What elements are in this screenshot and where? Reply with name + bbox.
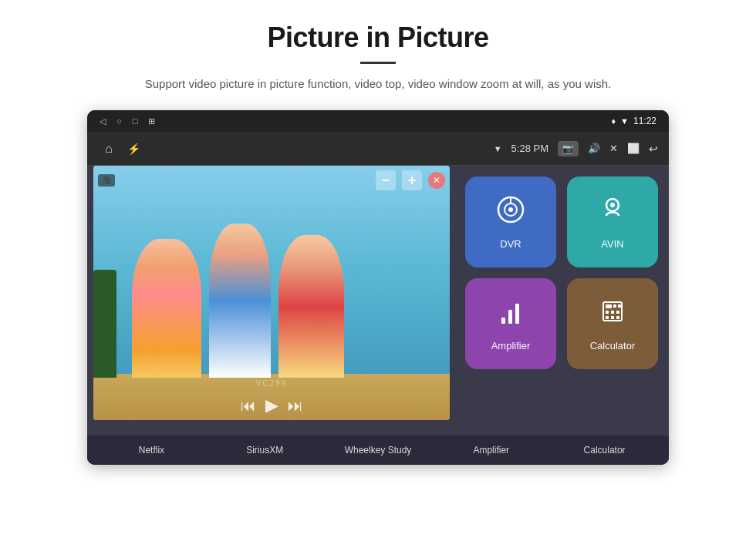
pip-grow-button[interactable]: +: [402, 170, 422, 190]
home-button[interactable]: ⌂: [98, 138, 120, 160]
device-frame: ◁ ○ □ ⊞ ♦ ▼ 11:22 ⌂ ⚡ ▼ 5:28 PM 📷 🔊: [87, 110, 669, 465]
video-controls-top: 🎥 − + ✕: [98, 170, 445, 190]
svg-rect-14: [611, 311, 614, 314]
app-amplifier[interactable]: Amplifier: [465, 278, 556, 369]
volume-icon[interactable]: 🔊: [588, 143, 600, 154]
recents-icon[interactable]: □: [133, 116, 138, 126]
svg-rect-16: [606, 316, 609, 319]
svg-rect-6: [501, 318, 505, 324]
bottom-labels-bar: Netflix SiriusXM Wheelkey Study Amplifie…: [87, 435, 669, 465]
app-dvr[interactable]: DVR: [465, 177, 556, 267]
wheelkey-label: Wheelkey Study: [332, 445, 424, 456]
window-icon[interactable]: ⬜: [627, 143, 640, 154]
pip-size-controls: − + ✕: [376, 170, 445, 190]
android-status-bar: ◁ ○ □ ⊞ ♦ ▼ 11:22: [87, 110, 669, 132]
svg-point-5: [610, 203, 615, 207]
svg-rect-15: [616, 311, 619, 314]
avin-label: AVIN: [601, 238, 623, 250]
svg-rect-18: [616, 316, 619, 319]
calculator-icon: [597, 296, 628, 334]
app-bar: ⌂ ⚡ ▼ 5:28 PM 📷 🔊 ✕ ⬜ ↩: [87, 132, 669, 166]
svg-point-2: [508, 207, 513, 212]
back-icon[interactable]: ◁: [100, 116, 106, 126]
main-content: VC299 🎥 − + ✕: [87, 166, 669, 465]
calculator-label: Calculator: [590, 340, 636, 351]
svg-rect-12: [618, 304, 621, 308]
wifi-icon: ▼: [620, 116, 629, 126]
svg-rect-7: [508, 310, 512, 324]
amplifier-label: Amplifier: [491, 340, 531, 351]
app-bar-left: ⌂ ⚡: [98, 138, 140, 160]
page-title: Picture in Picture: [267, 22, 488, 54]
avin-icon: [597, 194, 628, 232]
video-background: VC299: [93, 166, 450, 420]
calculator-bottom-label: Calculator: [559, 445, 651, 456]
dvr-icon: [495, 194, 526, 232]
svg-rect-10: [606, 304, 612, 308]
app-icon[interactable]: ⊞: [148, 116, 155, 126]
status-time: 11:22: [633, 116, 656, 126]
pip-shrink-button[interactable]: −: [376, 170, 396, 190]
video-player[interactable]: VC299 🎥 − + ✕: [93, 166, 450, 420]
amplifier-bottom-label: Amplifier: [445, 445, 538, 456]
page-subtitle: Support video picture in picture functio…: [145, 75, 611, 93]
pip-video-overlay[interactable]: VC299 🎥 − + ✕: [93, 166, 450, 420]
svg-rect-8: [515, 304, 519, 324]
apps-row-1: DVR AVIN: [465, 177, 658, 267]
app-calculator[interactable]: Calculator: [567, 278, 658, 369]
home-circle-icon[interactable]: ○: [116, 116, 122, 126]
wifi-status-icon: ▼: [494, 144, 502, 153]
apps-row-2: Amplifier: [465, 278, 658, 369]
apps-grid-right: DVR AVIN: [454, 166, 669, 465]
amplifier-icon: [495, 296, 526, 334]
fast-forward-button[interactable]: ⏭: [288, 397, 303, 415]
pip-close-button[interactable]: ✕: [428, 172, 445, 189]
app-bar-time: 5:28 PM: [511, 143, 548, 154]
camera-button[interactable]: 📷: [558, 141, 579, 156]
app-avin[interactable]: AVIN: [567, 177, 658, 267]
video-controls-bottom: ⏮ ▶ ⏭: [98, 395, 445, 415]
rewind-button[interactable]: ⏮: [241, 397, 256, 415]
title-divider: [360, 62, 396, 64]
netflix-label: Netflix: [105, 445, 197, 456]
dvr-label: DVR: [500, 238, 521, 250]
app-bar-right: ▼ 5:28 PM 📷 🔊 ✕ ⬜ ↩: [494, 141, 658, 156]
location-icon: ♦: [611, 116, 616, 126]
back-arrow-icon[interactable]: ↩: [649, 143, 658, 155]
video-watermark: VC299: [256, 379, 288, 388]
pip-camera-icon: 🎥: [98, 174, 115, 187]
siriusxm-label: SiriusXM: [218, 445, 311, 456]
svg-rect-17: [611, 316, 614, 319]
status-nav-icons: ◁ ○ □ ⊞: [100, 116, 155, 126]
svg-rect-11: [613, 304, 616, 308]
usb-icon: ⚡: [127, 143, 140, 155]
svg-rect-13: [606, 311, 609, 314]
play-pause-button[interactable]: ▶: [265, 395, 278, 415]
close-icon[interactable]: ✕: [609, 143, 618, 154]
status-right: ♦ ▼ 11:22: [611, 116, 656, 126]
